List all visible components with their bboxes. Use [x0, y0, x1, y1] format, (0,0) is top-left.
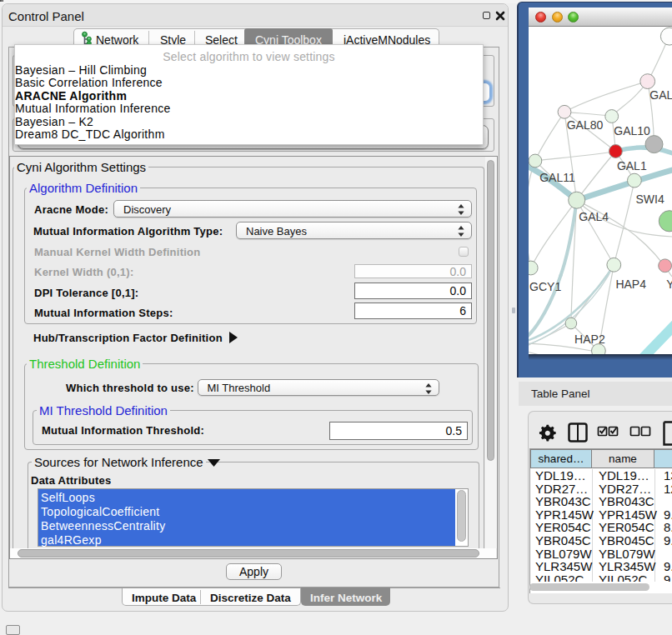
svg-text:GCY1: GCY1: [529, 280, 561, 293]
svg-text:GAL80: GAL80: [567, 118, 604, 132]
svg-text:HAP2: HAP2: [574, 332, 605, 346]
svg-text:GAL11: GAL11: [539, 171, 575, 184]
svg-text:SWI4: SWI4: [636, 192, 664, 206]
svg-text:GAL10: GAL10: [614, 124, 650, 138]
svg-text:GAL1: GAL1: [617, 159, 647, 172]
svg-text:GAL4: GAL4: [579, 210, 609, 223]
svg-text:Y: Y: [666, 278, 672, 291]
svg-text:HAP4: HAP4: [615, 278, 646, 291]
svg-text:GAL: GAL: [649, 88, 672, 102]
